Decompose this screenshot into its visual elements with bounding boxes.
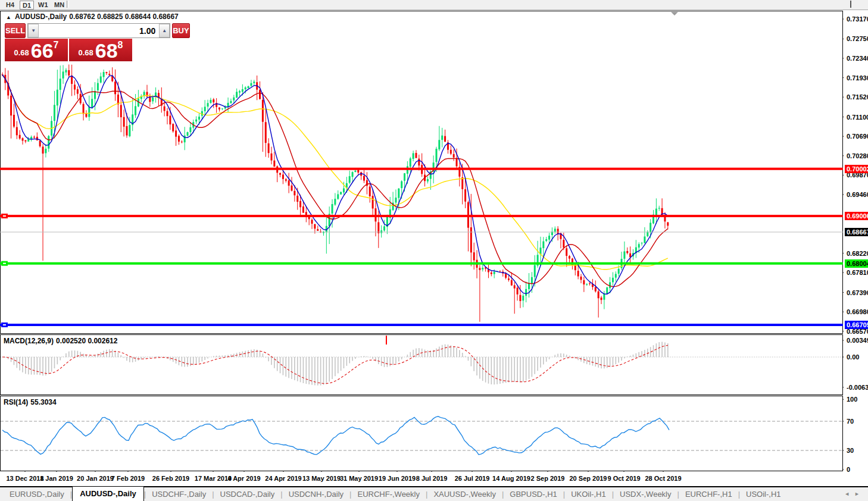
date-tick-label: 4 Apr 2019 [227, 475, 260, 482]
date-tick-label: 26 Jul 2019 [455, 475, 490, 482]
date-tick-label: 1 Jan 2019 [40, 475, 73, 482]
tab-eurchf-h1[interactable]: EURCHF-,H1 [679, 488, 738, 500]
time-axis[interactable]: 13 Dec 20181 Jan 201920 Jan 20197 Feb 20… [0, 472, 843, 486]
volume-input[interactable] [39, 24, 159, 37]
one-click-trading-panel: SELL ▼ ▲ BUY 0.68 66 7 0.68 68 8 [5, 23, 132, 61]
tab-eurusd-daily[interactable]: EURUSD-,Daily [4, 488, 70, 500]
collapse-panel-icon[interactable]: ▲ [6, 14, 11, 20]
price-tick-label: 0.69460 [847, 191, 868, 198]
rsi-tick-label: 100 [847, 396, 857, 403]
tab-audusd-daily[interactable]: AUDUSD-,Daily [72, 486, 144, 501]
toolbar-separator [67, 1, 69, 8]
date-tick-label: 24 Apr 2019 [265, 475, 301, 482]
tab-usdchf-daily[interactable]: USDCHF-,Daily [146, 488, 212, 500]
price-axis[interactable]: 0.731700.727500.723400.719300.715200.711… [844, 10, 868, 486]
date-tick-label: 17 Mar 2019 [195, 475, 232, 482]
date-tick-label: 13 May 2019 [302, 475, 341, 482]
rsi-pane[interactable] [1, 396, 843, 471]
date-tick-label: 8 Jul 2019 [416, 475, 448, 482]
buy-price-big: 68 [95, 43, 118, 60]
chart-canvas[interactable] [0, 0, 868, 501]
macd-pane[interactable] [1, 335, 843, 395]
date-tick-label: 20 Jan 2019 [77, 475, 114, 482]
rsi-tick-label: 0 [847, 466, 850, 473]
sell-price-sup: 7 [54, 40, 59, 51]
timeframe-button-mn[interactable]: MN [52, 1, 67, 8]
price-tick-label: 0.70280 [847, 152, 868, 159]
price-badge-0.66705: 0.66705 [845, 321, 868, 329]
timeframe-button-d1[interactable]: D1 [20, 1, 34, 10]
volume-increase-icon[interactable]: ▲ [159, 24, 170, 37]
date-tick-label: 20 Sep 2019 [570, 475, 607, 482]
price-tick-label: 0.71930 [847, 74, 868, 82]
tab-scroll-arrows[interactable]: ◄► [844, 491, 864, 497]
date-tick-label: 7 Feb 2019 [111, 475, 145, 482]
price-tick-label: 0.67810 [847, 269, 868, 276]
date-tick-label: 19 Jun 2019 [379, 475, 416, 482]
price-badge-0.68004: 0.68004 [845, 259, 868, 268]
price-tick-label: 0.71100 [847, 114, 868, 121]
rsi-indicator-label: RSI(14)55.3034 [4, 398, 59, 406]
tab-eurchf-weekly[interactable]: EURCHF-,Weekly [352, 488, 426, 500]
buy-price-display[interactable]: 0.68 68 8 [69, 39, 132, 61]
price-badge-0.70002: 0.70002 [845, 165, 868, 173]
volume-spinner: ▼ ▲ [27, 23, 170, 38]
price-tick-label: 0.67390 [847, 289, 868, 296]
volume-decrease-icon[interactable]: ▼ [28, 24, 39, 37]
tab-xauusd-weekly[interactable]: XAUUSD-,Weekly [427, 488, 502, 500]
rsi-tick-label: 30 [847, 447, 854, 454]
sell-price-display[interactable]: 0.68 66 7 [5, 39, 68, 61]
timeframe-toolbar: H4D1W1MN [0, 0, 868, 10]
timeframe-button-w1[interactable]: W1 [36, 1, 51, 8]
price-tick-label: 0.73170 [847, 15, 868, 23]
date-tick-label: 2 Sep 2019 [531, 475, 565, 482]
timeframe-button-h4[interactable]: H4 [4, 1, 17, 8]
macd-tick-label: -0.00637 [847, 384, 868, 391]
sell-price-big: 66 [31, 43, 54, 60]
date-tick-label: 13 Dec 2018 [7, 475, 44, 482]
sell-price-small: 0.68 [14, 48, 29, 57]
tab-usdcnh-daily[interactable]: USDCNH-,Daily [283, 488, 349, 500]
rsi-tick-label: 70 [847, 418, 854, 425]
price-tick-label: 0.70690 [847, 133, 868, 140]
date-tick-label: 31 May 2019 [340, 475, 378, 482]
trading-terminal-window: H4D1W1MN ▲AUDUSD-,Daily0.68762 0.68825 0… [0, 0, 868, 501]
price-badge-0.68667: 0.68667 [845, 228, 868, 236]
date-tick-label: 9 Oct 2019 [607, 475, 640, 482]
price-tick-label: 0.72750 [847, 35, 868, 42]
price-tick-label: 0.66980 [847, 308, 868, 315]
price-tick-label: 0.68220 [847, 250, 868, 257]
ohlc-values: 0.68762 0.68825 0.68644 0.68667 [69, 12, 179, 21]
tab-usoil-h1[interactable]: USOil-,H1 [740, 488, 787, 500]
date-tick-label: 26 Feb 2019 [152, 475, 189, 482]
buy-price-small: 0.68 [78, 48, 93, 57]
macd-tick-label: 0.00349 [847, 337, 868, 344]
price-tick-label: 0.71520 [847, 93, 868, 101]
price-badge-0.69006: 0.69006 [845, 212, 868, 220]
buy-price-sup: 8 [118, 40, 123, 51]
buy-button[interactable]: BUY [172, 23, 189, 38]
sell-button[interactable]: SELL [5, 23, 26, 38]
tab-usdx-weekly[interactable]: USDX-,Weekly [614, 488, 677, 500]
toolbar-separator [850, 1, 853, 8]
date-tick-label: 14 Aug 2019 [492, 475, 530, 482]
tab-ukoil-h1[interactable]: UKOil-,H1 [565, 488, 612, 500]
date-tick-label: 28 Oct 2019 [645, 475, 681, 482]
chart-tab-bar: EURUSD-,Daily|AUDUSD-,Daily|USDCHF-,Dail… [0, 487, 868, 501]
symbol-label: AUDUSD-,Daily [15, 12, 67, 21]
macd-indicator-label: MACD(12,26,9)0.002520 0.002612 [4, 337, 120, 345]
tab-usdcad-daily[interactable]: USDCAD-,Daily [214, 488, 281, 500]
tab-gbpusd-h1[interactable]: GBPUSD-,H1 [504, 488, 563, 500]
macd-tick-label: 0.00 [847, 353, 859, 361]
price-tick-label: 0.72340 [847, 55, 868, 62]
chart-symbol-header: ▲AUDUSD-,Daily0.68762 0.68825 0.68644 0.… [6, 12, 181, 21]
